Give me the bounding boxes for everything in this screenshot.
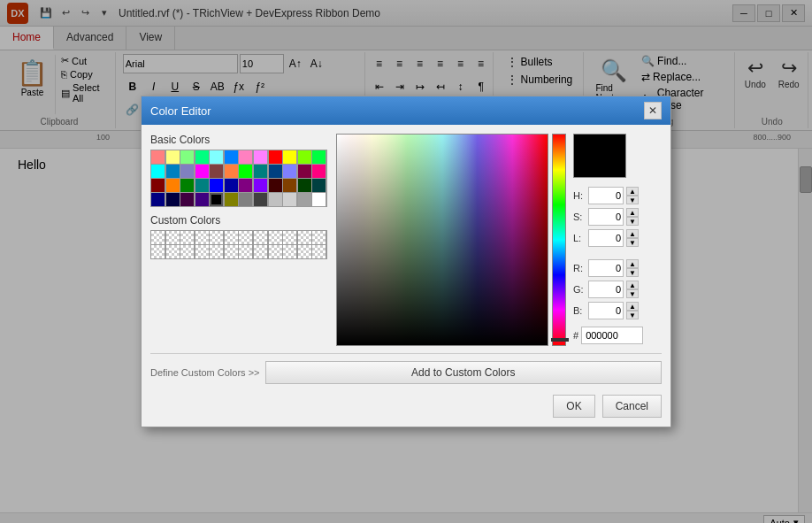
custom-cell[interactable] [210, 231, 223, 244]
basic-color-cell[interactable] [283, 179, 296, 192]
basic-color-cell[interactable] [283, 193, 296, 206]
basic-color-cell[interactable] [312, 150, 326, 164]
basic-color-cell[interactable] [166, 179, 180, 192]
custom-cell[interactable] [151, 231, 165, 244]
basic-color-cell[interactable] [239, 193, 252, 206]
basic-color-cell[interactable] [225, 179, 238, 192]
basic-color-cell[interactable] [269, 179, 282, 192]
L-input[interactable] [588, 229, 624, 247]
H-up-btn[interactable]: ▲ [626, 187, 639, 196]
basic-color-cell[interactable] [180, 179, 194, 192]
add-to-custom-btn[interactable]: Add to Custom Colors [265, 361, 663, 384]
basic-color-cell[interactable] [180, 150, 194, 164]
cancel-btn[interactable]: Cancel [602, 395, 662, 418]
modal-close-btn[interactable]: ✕ [644, 102, 662, 119]
custom-cell[interactable] [254, 231, 267, 244]
custom-cell[interactable] [239, 231, 252, 244]
custom-cell[interactable] [269, 245, 282, 258]
basic-color-cell[interactable] [312, 193, 326, 206]
basic-color-cell[interactable] [283, 165, 296, 178]
ok-btn[interactable]: OK [553, 395, 594, 418]
G-up-btn[interactable]: ▲ [626, 281, 639, 289]
hue-bar[interactable] [552, 134, 566, 346]
basic-color-cell[interactable] [225, 193, 238, 206]
custom-cell[interactable] [283, 245, 296, 258]
custom-cell[interactable] [166, 231, 180, 244]
G-down-btn[interactable]: ▼ [626, 289, 639, 298]
H-down-btn[interactable]: ▼ [626, 196, 639, 204]
custom-cell[interactable] [298, 245, 311, 258]
B-up-btn[interactable]: ▲ [626, 302, 639, 311]
custom-cell[interactable] [180, 245, 194, 258]
custom-cell[interactable] [254, 245, 267, 258]
basic-color-cell[interactable] [312, 179, 326, 192]
basic-color-cell[interactable] [195, 150, 209, 164]
basic-color-cell[interactable] [151, 179, 165, 192]
basic-color-cell[interactable] [180, 165, 194, 178]
S-down-btn[interactable]: ▼ [626, 217, 639, 226]
basic-color-cell[interactable] [312, 165, 326, 178]
H-input[interactable] [588, 187, 624, 204]
basic-color-cell[interactable] [298, 165, 311, 178]
hex-input[interactable] [581, 327, 643, 344]
B-input[interactable] [588, 302, 624, 319]
basic-color-cell[interactable] [254, 165, 267, 178]
custom-cell[interactable] [269, 231, 282, 244]
custom-cell[interactable] [312, 245, 326, 258]
basic-color-cell[interactable] [298, 193, 311, 206]
custom-cell[interactable] [180, 231, 194, 244]
custom-cell[interactable] [195, 231, 209, 244]
basic-color-cell[interactable] [254, 193, 267, 206]
basic-color-cell[interactable] [269, 193, 282, 206]
basic-color-cell[interactable] [210, 179, 223, 192]
G-input[interactable] [588, 281, 624, 298]
basic-color-cell[interactable] [210, 165, 223, 178]
custom-cell[interactable] [210, 245, 223, 258]
custom-cell[interactable] [239, 245, 252, 258]
define-custom-btn[interactable]: Define Custom Colors >> [150, 367, 260, 378]
color-spectrum[interactable] [336, 134, 548, 346]
custom-cell[interactable] [225, 245, 238, 258]
R-input[interactable] [588, 259, 624, 277]
basic-color-cell[interactable] [210, 193, 223, 206]
custom-cell[interactable] [225, 231, 238, 244]
basic-color-cell[interactable] [195, 165, 209, 178]
basic-color-cell[interactable] [298, 150, 311, 164]
basic-color-cell[interactable] [254, 150, 267, 164]
H-spin: ▲ ▼ [626, 187, 639, 204]
custom-cell[interactable] [298, 231, 311, 244]
basic-color-cell[interactable] [210, 150, 223, 164]
basic-color-cell[interactable] [298, 179, 311, 192]
basic-color-cell[interactable] [180, 193, 194, 206]
L-down-btn[interactable]: ▼ [626, 238, 639, 247]
basic-color-cell[interactable] [254, 179, 267, 192]
basic-color-cell[interactable] [225, 165, 238, 178]
basic-color-cell[interactable] [239, 150, 252, 164]
custom-cell[interactable] [151, 245, 165, 258]
basic-color-cell[interactable] [239, 179, 252, 192]
basic-color-cell[interactable] [225, 150, 238, 164]
custom-cell[interactable] [283, 231, 296, 244]
basic-color-cell[interactable] [195, 179, 209, 192]
basic-color-cell[interactable] [166, 165, 180, 178]
basic-color-cell[interactable] [166, 150, 180, 164]
basic-color-cell[interactable] [151, 150, 165, 164]
custom-cell[interactable] [166, 245, 180, 258]
basic-color-cell[interactable] [239, 165, 252, 178]
custom-cell[interactable] [312, 231, 326, 244]
custom-colors-grid [150, 230, 327, 259]
basic-color-cell[interactable] [151, 193, 165, 206]
basic-color-cell[interactable] [151, 165, 165, 178]
basic-color-cell[interactable] [283, 150, 296, 164]
basic-color-cell[interactable] [269, 165, 282, 178]
R-down-btn[interactable]: ▼ [626, 268, 639, 277]
custom-cell[interactable] [195, 245, 209, 258]
S-input[interactable] [588, 208, 624, 226]
basic-color-cell[interactable] [195, 193, 209, 206]
basic-color-cell[interactable] [269, 150, 282, 164]
basic-color-cell[interactable] [166, 193, 180, 206]
L-up-btn[interactable]: ▲ [626, 229, 639, 238]
R-up-btn[interactable]: ▲ [626, 259, 639, 268]
S-up-btn[interactable]: ▲ [626, 208, 639, 217]
B-down-btn[interactable]: ▼ [626, 311, 639, 319]
